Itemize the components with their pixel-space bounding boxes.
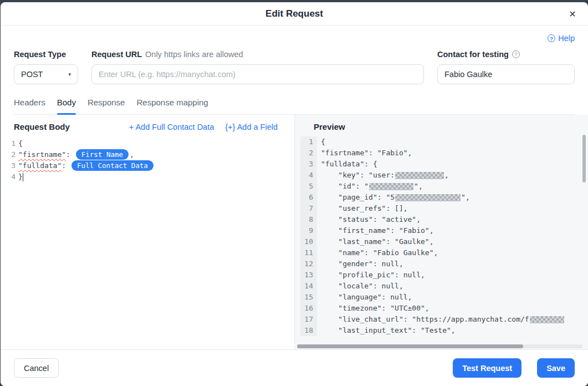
line-number: 15 — [300, 292, 317, 303]
editor-line[interactable]: 4} — [8, 171, 294, 182]
help-icon: ? — [548, 34, 555, 42]
preview-pane: Preview 1{2"fisrtname": "Fabio",3"fullda… — [294, 115, 588, 349]
preview-line: 13 "profile_pic": null, — [295, 270, 588, 281]
line-number: 1 — [300, 136, 317, 148]
editor-line[interactable]: 2"fisrtname": First Name, — [8, 149, 294, 160]
horizontal-scrollbar-thumb[interactable] — [297, 344, 523, 348]
tabs: HeadersBodyResponseResponse mapping — [14, 98, 575, 115]
preview-line: 6 "page_id": "5", — [295, 192, 588, 203]
preview-line: 7 "user_refs": [], — [295, 203, 588, 214]
preview-code: 1{2"fisrtname": "Fabio",3"fulldata": {4 … — [295, 136, 588, 349]
editor-line[interactable]: 3"fulldata": Full Contact Data — [8, 160, 294, 171]
request-url-hint: Only https links are allowed — [145, 50, 243, 59]
editor-line[interactable]: 1{ — [8, 138, 294, 149]
line-number: 6 — [300, 192, 317, 203]
line-number: 3 — [8, 160, 16, 171]
redacted-text — [530, 316, 564, 323]
request-type-select[interactable]: POST ▾ — [14, 64, 78, 84]
preview-line: 1{ — [295, 136, 588, 148]
request-url-label: Request URL — [91, 50, 142, 59]
line-number: 12 — [300, 258, 317, 270]
request-body-title: Request Body — [14, 122, 70, 131]
preview-line: 16 "timezone": "UTC±00", — [295, 303, 588, 314]
request-type-label: Request Type — [14, 49, 78, 59]
save-button[interactable]: Save — [537, 358, 575, 378]
preview-line: 18 "last_input_text": "Teste", — [295, 325, 588, 336]
line-number: 14 — [300, 281, 317, 292]
edit-request-modal: Edit Request ✕ ? Help Request Type POST … — [1, 2, 588, 386]
tab-headers[interactable]: Headers — [14, 98, 45, 114]
preview-line: 17 "live_chat_url": "https://app.manycha… — [295, 314, 588, 325]
cancel-button[interactable]: Cancel — [14, 358, 59, 378]
tab-response[interactable]: Response — [88, 98, 125, 114]
line-number: 16 — [300, 303, 317, 314]
help-label: Help — [558, 34, 575, 43]
redacted-text — [369, 183, 413, 190]
contact-help-icon: ? — [512, 50, 520, 58]
variable-token-pill[interactable]: Full Contact Data — [71, 160, 154, 171]
modal-header: Edit Request ✕ — [1, 2, 588, 26]
redacted-text — [395, 172, 444, 179]
text-cursor — [23, 173, 24, 181]
modal-footer: Cancel Test Request Save — [1, 349, 588, 386]
preview-line: 15 "language": null, — [295, 292, 588, 303]
preview-line: 9 "first_name": "Fabio", — [295, 225, 588, 236]
line-number: 1 — [8, 138, 16, 149]
chevron-down-icon: ▾ — [68, 72, 71, 77]
preview-line: 3"fulldata": { — [295, 159, 588, 170]
line-number: 4 — [8, 171, 16, 182]
contact-for-testing-input[interactable] — [437, 64, 575, 84]
modal-title: Edit Request — [1, 8, 588, 19]
line-number: 11 — [300, 247, 317, 258]
test-request-button[interactable]: Test Request — [453, 358, 521, 378]
contact-for-testing-label: Contact for testing — [437, 50, 509, 59]
line-number: 18 — [300, 325, 317, 336]
preview-line: 8 "status": "active", — [295, 214, 588, 225]
line-number: 7 — [300, 203, 317, 214]
tab-body[interactable]: Body — [57, 98, 76, 114]
preview-title: Preview — [295, 115, 588, 136]
line-number: 4 — [300, 170, 317, 181]
line-number: 3 — [300, 159, 317, 170]
vertical-scrollbar-thumb[interactable] — [582, 135, 586, 182]
form-section: ? Help Request Type POST ▾ Request URL O… — [1, 26, 588, 84]
request-body-editor[interactable]: 1{2"fisrtname": First Name,3"fulldata": … — [1, 135, 294, 182]
line-number: 2 — [8, 149, 16, 160]
preview-line: 11 "name": "Fabio Gaulke", — [295, 247, 588, 258]
add-full-contact-data-link[interactable]: + Add Full Contact Data — [129, 123, 214, 131]
add-a-field-link[interactable]: {+} Add a Field — [225, 123, 278, 131]
preview-line: 4 "key": "user:, — [295, 170, 588, 181]
line-number: 17 — [300, 314, 317, 325]
line-number: 10 — [300, 236, 317, 247]
close-icon[interactable]: ✕ — [566, 7, 579, 21]
line-number: 5 — [300, 181, 317, 192]
line-number: 9 — [300, 225, 317, 236]
preview-line: 2"fisrtname": "Fabio", — [295, 148, 588, 159]
body-tab-content: Request Body + Add Full Contact Data {+}… — [1, 115, 588, 349]
redacted-text — [395, 194, 461, 201]
line-number: 2 — [300, 148, 317, 159]
preview-line: 12 "gender": null, — [295, 258, 588, 270]
preview-line: 5 "id": "", — [295, 181, 588, 192]
help-link[interactable]: ? Help — [548, 33, 575, 43]
line-number: 8 — [300, 214, 317, 225]
request-body-pane: Request Body + Add Full Contact Data {+}… — [1, 115, 294, 349]
tab-response-mapping[interactable]: Response mapping — [136, 98, 208, 114]
request-url-input[interactable] — [91, 64, 424, 84]
preview-line: 10 "last_name": "Gaulke", — [295, 236, 588, 247]
variable-token-pill[interactable]: First Name — [76, 149, 129, 160]
line-number: 13 — [300, 270, 317, 281]
preview-line: 14 "locale": null, — [295, 281, 588, 292]
page-background: Edit Request ✕ ? Help Request Type POST … — [0, 0, 588, 386]
request-type-value: POST — [21, 70, 43, 79]
